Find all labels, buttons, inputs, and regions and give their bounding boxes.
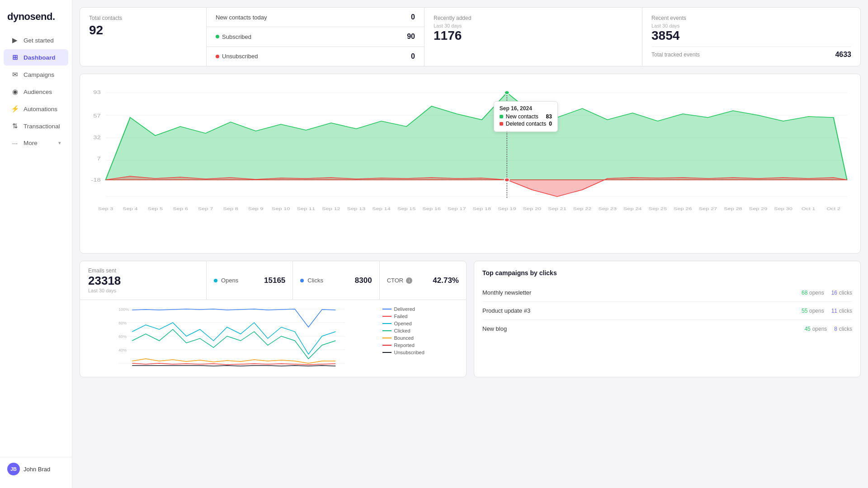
campaign-opens-2: 55 opens — [802, 307, 824, 314]
svg-text:Sep 15: Sep 15 — [397, 206, 416, 211]
unsubscribed-row: Unsubscribed 0 — [207, 47, 424, 66]
legend-unsubscribed: Unsubscribed — [382, 350, 458, 355]
sidebar-item-get-started[interactable]: ▶ Get started — [4, 32, 68, 48]
ctor-value: 42.73% — [433, 276, 459, 285]
campaign-clicks-3: 8 clicks — [834, 325, 852, 332]
total-tracked-label: Total tracked events — [651, 52, 700, 58]
sidebar-item-label: Transactional — [24, 123, 60, 130]
svg-text:Sep 19: Sep 19 — [498, 206, 516, 211]
legend-delivered: Delivered — [382, 306, 458, 312]
bounced-line — [382, 338, 392, 338]
svg-text:Sep 25: Sep 25 — [648, 206, 667, 211]
campaign-row-1: Monthly newsletter 68 opens 16 clicks — [482, 284, 852, 302]
campaign-stats-1: 68 opens 16 clicks — [802, 289, 852, 296]
legend-bounced: Bounced — [382, 335, 458, 341]
svg-text:Sep 22: Sep 22 — [573, 206, 592, 211]
campaign-name-2: Product update #3 — [482, 307, 802, 314]
sidebar-item-dashboard[interactable]: ⊞ Dashboard — [4, 49, 68, 66]
automations-icon: ⚡ — [11, 105, 19, 113]
main-content: Total contacts 92 New contacts today 0 S… — [72, 0, 868, 488]
clicked-line — [382, 330, 392, 331]
sidebar-item-more[interactable]: ··· More ▾ — [4, 135, 68, 151]
ctor-label: CTOR — [387, 277, 404, 284]
campaign-stats-3: 45 opens 8 clicks — [805, 325, 852, 332]
bottom-row: Emails sent 23318 Last 30 days Opens 151… — [80, 261, 861, 377]
svg-text:Sep 7: Sep 7 — [198, 206, 213, 211]
total-contacts-card: Total contacts 92 — [80, 8, 207, 66]
legend-clicked: Clicked — [382, 328, 458, 333]
svg-text:Sep 23: Sep 23 — [598, 206, 617, 211]
campaign-opens-3: 45 opens — [805, 325, 827, 332]
recent-events-sub: Last 30 days — [651, 23, 851, 28]
svg-text:Sep 26: Sep 26 — [674, 206, 692, 211]
app-logo: dynosend. — [0, 7, 72, 32]
sidebar-item-campaigns[interactable]: ✉ Campaigns — [4, 66, 68, 83]
unsubscribed-value: 0 — [411, 52, 415, 61]
new-contacts-row: New contacts today 0 — [207, 8, 424, 27]
svg-text:Sep 4: Sep 4 — [123, 206, 138, 211]
svg-text:Sep 24: Sep 24 — [623, 206, 642, 211]
emails-value: 23318 — [88, 274, 198, 288]
svg-text:Sep 17: Sep 17 — [448, 206, 466, 211]
more-label: More — [24, 140, 38, 146]
svg-text:60%: 60% — [118, 334, 127, 339]
user-name: John Brad — [24, 466, 50, 473]
unsubscribed-dot — [216, 55, 219, 58]
recently-added-label: Recently added — [434, 15, 633, 21]
svg-text:Sep 5: Sep 5 — [148, 206, 163, 211]
opens-value: 15165 — [264, 276, 285, 285]
svg-text:Sep 10: Sep 10 — [272, 206, 290, 211]
svg-text:Sep 18: Sep 18 — [472, 206, 491, 211]
campaign-row-2: Product update #3 55 opens 11 clicks — [482, 302, 852, 320]
svg-point-13 — [505, 178, 509, 182]
svg-text:Sep 20: Sep 20 — [523, 206, 541, 211]
stats-row: Total contacts 92 New contacts today 0 S… — [80, 7, 861, 66]
emails-sub: Last 30 days — [88, 288, 198, 293]
subscribed-label: Subscribed — [216, 33, 251, 40]
emails-chart-legend: Delivered Failed Opened Clicked — [379, 305, 462, 372]
emails-chart-area: 100% 80% 60% 40% — [80, 300, 466, 377]
get-started-icon: ▶ — [11, 36, 19, 44]
svg-text:Oct 1: Oct 1 — [802, 206, 816, 211]
svg-text:32: 32 — [93, 135, 101, 141]
svg-text:57: 57 — [93, 113, 101, 119]
subscribed-dot — [216, 35, 219, 38]
svg-text:Sep 30: Sep 30 — [774, 206, 793, 211]
contacts-chart-container: 93 57 32 7 -18 Sep 3 Sep 4 — [80, 74, 861, 253]
svg-text:100%: 100% — [118, 307, 129, 312]
svg-text:Sep 13: Sep 13 — [347, 206, 366, 211]
campaign-name-3: New blog — [482, 325, 805, 332]
more-icon: ··· — [11, 139, 19, 147]
legend-opened: Opened — [382, 321, 458, 326]
campaign-clicks-1: 16 clicks — [831, 289, 852, 296]
sidebar-item-transactional[interactable]: ⇅ Transactional — [4, 118, 68, 134]
avatar: JB — [7, 463, 20, 475]
recently-added-sub: Last 30 days — [434, 23, 633, 28]
svg-text:Sep 14: Sep 14 — [372, 206, 391, 211]
sidebar-item-label: Dashboard — [24, 54, 56, 61]
campaigns-card: Top campaigns by clicks Monthly newslett… — [474, 261, 861, 377]
svg-text:-18: -18 — [91, 177, 101, 183]
clicks-metric: Clicks 8300 — [293, 261, 379, 300]
sidebar-item-audiences[interactable]: ◉ Audiences — [4, 84, 68, 100]
total-contacts-value: 92 — [89, 23, 197, 38]
campaign-clicks-2: 11 clicks — [831, 307, 852, 314]
clicks-value: 8300 — [355, 276, 372, 285]
chart-legend: Delivered Failed Opened Clicked — [382, 306, 458, 355]
campaign-row-3: New blog 45 opens 8 clicks — [482, 320, 852, 338]
contacts-split-card: New contacts today 0 Subscribed 90 Unsub… — [207, 8, 425, 66]
svg-text:80%: 80% — [118, 321, 127, 325]
emails-title: Emails sent — [88, 267, 198, 274]
reported-line — [382, 345, 392, 346]
svg-text:Oct 2: Oct 2 — [826, 206, 840, 211]
campaign-opens-1: 68 opens — [802, 289, 824, 296]
subscribed-value: 90 — [407, 33, 415, 41]
unsubscribed-line — [382, 352, 392, 353]
sidebar-item-label: Audiences — [24, 89, 52, 95]
emails-chart-svg: 100% 80% 60% 40% — [85, 305, 379, 372]
svg-point-12 — [505, 91, 509, 94]
recent-events-label: Recent events — [651, 15, 851, 21]
sidebar-item-automations[interactable]: ⚡ Automations — [4, 101, 68, 117]
recently-added-value: 1176 — [434, 28, 633, 43]
audiences-icon: ◉ — [11, 88, 19, 96]
